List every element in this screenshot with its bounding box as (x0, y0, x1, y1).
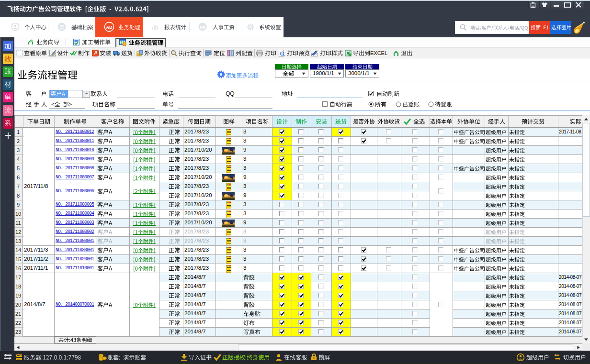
svg-text:HR: HR (200, 25, 205, 30)
svg-text:AD: AD (106, 25, 113, 30)
